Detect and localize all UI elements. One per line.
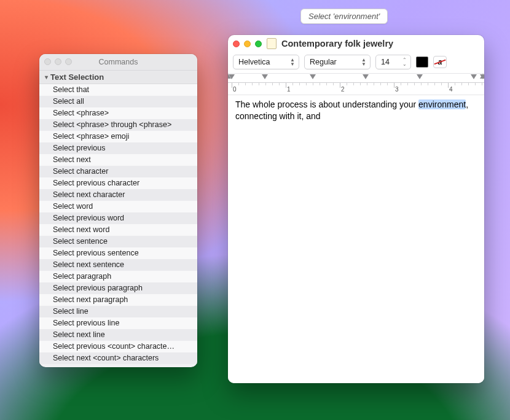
command-item[interactable]: Select all bbox=[39, 96, 197, 107]
command-item[interactable]: Select previous word bbox=[39, 212, 197, 224]
ruler-minor-tick bbox=[475, 83, 476, 85]
command-item[interactable]: Select word bbox=[39, 201, 197, 212]
command-item[interactable]: Select next sentence bbox=[39, 259, 197, 271]
tab-stop-icon[interactable] bbox=[480, 74, 484, 79]
ruler-minor-tick bbox=[265, 83, 266, 85]
traffic-lights-inactive[interactable] bbox=[44, 58, 72, 65]
ruler-major-tick bbox=[448, 83, 449, 88]
ruler-minor-tick bbox=[468, 83, 469, 85]
ruler-minor-tick bbox=[407, 83, 408, 85]
zoom-icon[interactable] bbox=[65, 58, 72, 65]
text-style-button[interactable]: a bbox=[433, 56, 447, 68]
ruler-minor-tick bbox=[306, 83, 307, 85]
command-item[interactable]: Select next line bbox=[39, 329, 197, 341]
command-item[interactable]: Select sentence bbox=[39, 236, 197, 247]
minimize-icon[interactable] bbox=[244, 41, 251, 47]
ruler-label: 3 bbox=[395, 86, 399, 93]
command-item[interactable]: Select previous character bbox=[39, 177, 197, 189]
command-list: Select thatSelect allSelect <phrase>Sele… bbox=[39, 84, 197, 364]
stepper-arrows-icon: ⌃⌄ bbox=[402, 58, 407, 66]
command-item[interactable]: Select next bbox=[39, 154, 197, 166]
tab-stop-icon[interactable] bbox=[417, 74, 423, 79]
command-item[interactable]: Select previous paragraph bbox=[39, 282, 197, 294]
desktop: Select 'environment' Commands ▾ Text Sel… bbox=[0, 0, 510, 420]
ruler-tick-row: 01234 bbox=[228, 82, 484, 95]
font-style-select[interactable]: Regular ▲▼ bbox=[304, 55, 371, 69]
ruler-minor-tick bbox=[252, 83, 253, 85]
ruler-label: 2 bbox=[341, 86, 345, 93]
ruler-minor-tick bbox=[299, 83, 300, 85]
tab-stop-icon[interactable] bbox=[310, 74, 316, 79]
ruler-minor-tick bbox=[387, 83, 388, 85]
editor-window: Contemporary folk jewelry Helvetica ▲▼ R… bbox=[228, 35, 484, 383]
ruler-minor-tick bbox=[326, 83, 327, 85]
commands-titlebar[interactable]: Commands bbox=[39, 54, 197, 71]
chevron-down-icon: ▾ bbox=[42, 74, 50, 80]
document-text: The whole process is about understanding… bbox=[235, 99, 418, 109]
traffic-lights[interactable] bbox=[233, 41, 262, 47]
ruler-minor-tick bbox=[421, 83, 422, 85]
close-icon[interactable] bbox=[44, 58, 51, 65]
select-arrows-icon: ▲▼ bbox=[290, 58, 295, 66]
ruler-minor-tick bbox=[245, 83, 246, 85]
ruler-major-tick bbox=[394, 83, 394, 88]
close-icon[interactable] bbox=[233, 41, 240, 47]
ruler[interactable]: 01234 bbox=[228, 73, 484, 95]
tooltip-text: Select 'environment' bbox=[308, 12, 380, 21]
minimize-icon[interactable] bbox=[55, 58, 61, 65]
font-family-select[interactable]: Helvetica ▲▼ bbox=[233, 55, 299, 69]
select-arrows-icon: ▲▼ bbox=[361, 58, 366, 66]
ruler-minor-tick bbox=[455, 83, 455, 85]
ruler-minor-tick bbox=[367, 83, 367, 85]
ruler-minor-tick bbox=[279, 83, 280, 85]
ruler-minor-tick bbox=[374, 83, 374, 85]
editor-titlebar[interactable]: Contemporary folk jewelry bbox=[228, 35, 484, 52]
command-item[interactable]: Select next word bbox=[39, 224, 197, 236]
ruler-minor-tick bbox=[320, 83, 320, 85]
tab-stop-icon[interactable] bbox=[229, 74, 235, 79]
text-color-swatch[interactable] bbox=[416, 56, 428, 68]
ruler-minor-tick bbox=[434, 83, 435, 85]
document-icon bbox=[267, 38, 277, 49]
command-item[interactable]: Select next character bbox=[39, 189, 197, 201]
font-size-stepper[interactable]: 14 ⌃⌄ bbox=[375, 55, 411, 69]
command-item[interactable]: Select previous sentence bbox=[39, 247, 197, 259]
command-item[interactable]: Select next paragraph bbox=[39, 294, 197, 306]
ruler-tab-row bbox=[228, 74, 484, 82]
tab-stop-icon[interactable] bbox=[363, 74, 369, 79]
command-item[interactable]: Select <phrase> bbox=[39, 107, 197, 119]
ruler-minor-tick bbox=[292, 83, 293, 85]
section-header-text-selection[interactable]: ▾ Text Selection bbox=[39, 71, 197, 84]
ruler-minor-tick bbox=[428, 83, 428, 85]
document-body[interactable]: The whole process is about understanding… bbox=[228, 95, 484, 383]
ruler-minor-tick bbox=[441, 83, 442, 85]
command-item[interactable]: Select <phrase> emoji bbox=[39, 131, 197, 142]
ruler-label: 0 bbox=[233, 86, 237, 93]
tab-stop-icon[interactable] bbox=[471, 74, 477, 79]
ruler-minor-tick bbox=[380, 83, 381, 85]
command-item[interactable]: Select that bbox=[39, 84, 197, 96]
font-style-value: Regular bbox=[310, 58, 337, 66]
command-item[interactable]: Select character bbox=[39, 166, 197, 177]
ruler-minor-tick bbox=[347, 83, 347, 85]
command-item[interactable]: Select line bbox=[39, 306, 197, 317]
command-item[interactable]: Select next <count> characters bbox=[39, 352, 197, 364]
ruler-label: 4 bbox=[449, 86, 453, 93]
ruler-minor-tick bbox=[401, 83, 401, 85]
command-item[interactable]: Select paragraph bbox=[39, 271, 197, 282]
ruler-minor-tick bbox=[238, 83, 239, 85]
ruler-minor-tick bbox=[313, 83, 313, 85]
ruler-major-tick bbox=[232, 83, 232, 88]
section-label: Text Selection bbox=[50, 72, 104, 82]
font-family-value: Helvetica bbox=[238, 58, 270, 66]
command-item[interactable]: Select previous bbox=[39, 142, 197, 154]
zoom-icon[interactable] bbox=[255, 41, 262, 47]
command-item[interactable]: Select previous line bbox=[39, 317, 197, 329]
ruler-major-tick bbox=[286, 83, 286, 88]
tab-stop-icon[interactable] bbox=[262, 74, 268, 79]
command-item[interactable]: Select previous <count> characte… bbox=[39, 341, 197, 352]
voice-command-tooltip: Select 'environment' bbox=[300, 9, 388, 24]
ruler-minor-tick bbox=[333, 83, 334, 85]
ruler-minor-tick bbox=[360, 83, 361, 85]
command-item[interactable]: Select <phrase> through <phrase> bbox=[39, 119, 197, 131]
